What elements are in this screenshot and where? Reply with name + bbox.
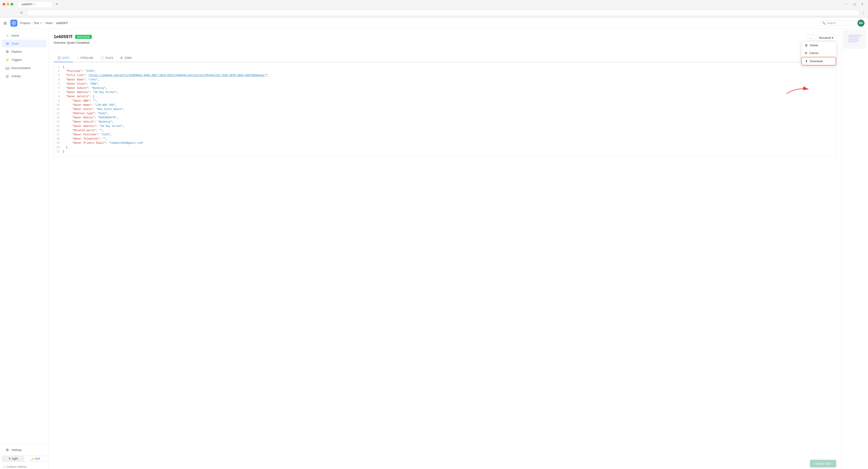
- address-input[interactable]: [26, 10, 860, 16]
- dropdown-download[interactable]: ⬇ Download: [801, 57, 836, 65]
- moon-icon: 🌙: [30, 457, 33, 460]
- json-line: 3 "Exfil Link": "https://unmand.com/exfi…: [54, 74, 836, 78]
- json-line: 21}: [54, 150, 836, 154]
- window-restore-btn[interactable]: ⬜: [851, 1, 858, 7]
- breadcrumb-tasks[interactable]: Tasks: [45, 21, 53, 25]
- new-tab-button[interactable]: +: [54, 1, 60, 7]
- dark-theme-button[interactable]: 🌙 Dark: [24, 456, 46, 462]
- tab-jobs[interactable]: ⚙ JOBS: [117, 54, 135, 62]
- breadcrumb: Projects / Test ▾ / Tasks / 1e60597f: [20, 21, 68, 25]
- sidebar-item-triggers[interactable]: ⚡ Triggers: [2, 56, 46, 64]
- sidebar-label-home: Home: [11, 34, 19, 37]
- outcome-row: Outcome: Quote Completed: [54, 41, 92, 44]
- light-theme-button[interactable]: ☀ Light: [2, 456, 24, 462]
- dropdown-delete[interactable]: 🗑 Delete: [801, 41, 836, 49]
- header-left: 1e60597f SUCCESS Outcome: Quote Complete…: [54, 34, 92, 46]
- sidebar-label-activity: Activity: [11, 75, 21, 78]
- activity-icon: ◎: [5, 74, 9, 78]
- json-line: 2 "Postcode": "2250",: [54, 69, 836, 74]
- line-content: "Related party": "",: [63, 128, 836, 133]
- app-logo[interactable]: [10, 20, 18, 27]
- collapse-icon: «: [3, 465, 5, 468]
- avatar[interactable]: BB: [858, 20, 865, 27]
- line-content: "Owner Primary Email": "tammykim83@gmail…: [63, 141, 836, 145]
- minimize-button[interactable]: [7, 3, 9, 5]
- json-line: 8 "Owner details": {: [54, 94, 836, 99]
- svg-point-1: [13, 23, 14, 24]
- update-task-button[interactable]: Update Task: [810, 460, 836, 467]
- task-actions: ... Resubmit ▾: [807, 34, 836, 41]
- browser-tab[interactable]: 1e60597f ✕: [18, 1, 53, 7]
- line-number: 9: [54, 99, 63, 103]
- search-placeholder: Search: [827, 21, 836, 25]
- tabs: 📋 DATA → PIPELINE 📄 FILES ⚙ JOBS: [54, 54, 836, 62]
- json-line: 4 "Owner Name": "John",: [54, 78, 836, 82]
- breadcrumb-projects[interactable]: Projects: [20, 21, 30, 25]
- task-title: 1e60597f: [54, 34, 72, 39]
- tab-pipeline[interactable]: → PIPELINE: [73, 54, 97, 62]
- main-content: 1e60597f SUCCESS Outcome: Quote Complete…: [49, 29, 842, 469]
- json-line: 18 "Owner Telephone": "",: [54, 137, 836, 141]
- title-bar: 1e60597f ✕ + ─ ⬜ ✕: [0, 0, 868, 8]
- sidebar-label-settings: Settings: [11, 448, 22, 451]
- outcome-label: Outcome:: [54, 41, 66, 44]
- json-line: 5 "Owner State": "NSW",: [54, 82, 836, 86]
- json-line: 7 "Owner Address": "28 Day Street",: [54, 90, 836, 94]
- line-number: 10: [54, 103, 63, 107]
- sidebar-item-settings[interactable]: ⚙ Settings: [2, 446, 46, 454]
- sidebar-item-documentation[interactable]: 📖 Documentation: [2, 64, 46, 72]
- app-container: ⌂ Home ⊞ Tasks ⚙ Pipeline ⚡ Triggers 📖 D…: [0, 29, 868, 469]
- sidebar-item-home[interactable]: ⌂ Home: [2, 32, 46, 39]
- json-line: 12 "Address type": "Home",: [54, 112, 836, 116]
- breadcrumb-dropdown-btn[interactable]: ▾: [40, 22, 42, 25]
- header-actions-row: 1e60597f SUCCESS Outcome: Quote Complete…: [54, 34, 836, 51]
- breadcrumb-test[interactable]: Test: [34, 21, 39, 25]
- line-content: "Owner Name": "JIN WOO YOO",: [63, 103, 836, 107]
- maximize-button[interactable]: [10, 3, 13, 5]
- line-content: "Postcode": "2250",: [63, 69, 836, 74]
- line-number: 21: [54, 150, 63, 154]
- tab-label: 1e60597f: [21, 3, 32, 6]
- line-content: "Owner State": "NSW",: [63, 82, 836, 86]
- line-content: "Owner Address": "28 Day Street",: [63, 124, 836, 128]
- line-number: 13: [54, 116, 63, 120]
- line-number: 16: [54, 128, 63, 133]
- settings-icon: ⚙: [5, 448, 9, 452]
- window-minimize-btn[interactable]: ─: [843, 1, 849, 7]
- json-line: 16 "Related party": "",: [54, 128, 836, 133]
- back-button[interactable]: ←: [3, 10, 9, 16]
- search-box[interactable]: 🔍 Search: [819, 20, 855, 26]
- line-number: 18: [54, 137, 63, 141]
- sidebar-item-tasks[interactable]: ⊞ Tasks: [2, 40, 46, 48]
- tab-files[interactable]: 📄 FILES: [97, 54, 117, 62]
- window-controls[interactable]: [3, 3, 13, 5]
- top-nav: ⊞ Projects / Test ▾ / Tasks / 1e60597f 🔍…: [0, 18, 868, 29]
- window-close-btn[interactable]: ✕: [859, 1, 865, 7]
- reload-button[interactable]: ↻: [19, 10, 25, 16]
- line-number: 17: [54, 133, 63, 137]
- forward-button[interactable]: →: [10, 10, 17, 16]
- resubmit-button[interactable]: Resubmit ▾: [816, 35, 836, 41]
- dropdown-cancel[interactable]: ⊗ Cancel: [801, 49, 836, 57]
- pipeline-icon: ⚙: [5, 50, 9, 54]
- line-content: "Owner details": {: [63, 94, 836, 99]
- more-options-button[interactable]: ...: [807, 34, 814, 41]
- theme-toggle: ☀ Light 🌙 Dark: [2, 456, 46, 462]
- browser-menu-button[interactable]: ⋮: [861, 10, 865, 15]
- sidebar-item-pipeline[interactable]: ⚙ Pipeline: [2, 48, 46, 56]
- tab-close-icon[interactable]: ✕: [34, 3, 36, 6]
- json-line: 19 "Owner Primary Email": "tammykim83@gm…: [54, 141, 836, 145]
- files-tab-icon: 📄: [100, 56, 104, 59]
- line-number: 6: [54, 86, 63, 90]
- line-number: 4: [54, 78, 63, 82]
- collapse-sidebar-button[interactable]: « Collapse Sidebar: [0, 464, 48, 469]
- line-content: "Exfil Link": "https://unmand.com/exfil/…: [63, 74, 836, 78]
- tab-data[interactable]: 📋 DATA: [54, 54, 73, 62]
- status-badge: SUCCESS: [75, 35, 92, 39]
- line-content: {: [63, 65, 836, 69]
- close-button[interactable]: [3, 3, 5, 5]
- app-grid-icon[interactable]: ⊞: [3, 21, 7, 26]
- data-tab-icon: 📋: [57, 56, 61, 59]
- json-line: 10 "Owner Name": "JIN WOO YOO",: [54, 103, 836, 107]
- sidebar-item-activity[interactable]: ◎ Activity: [2, 72, 46, 80]
